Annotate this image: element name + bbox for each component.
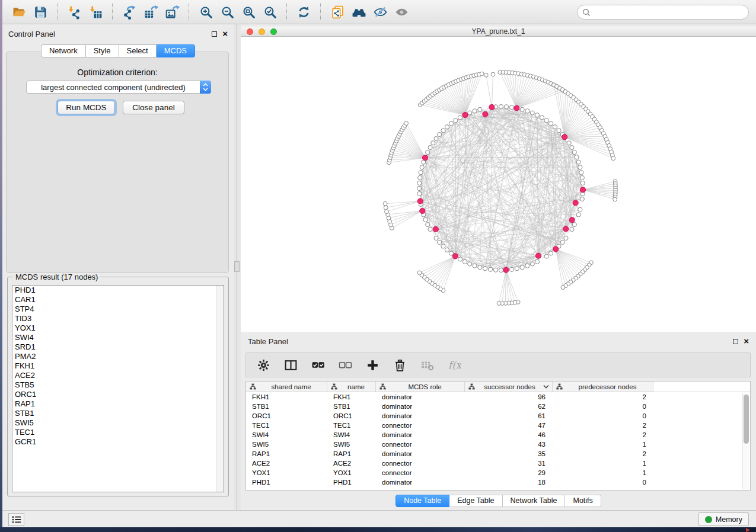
column-header-name[interactable]: name: [327, 382, 376, 392]
refresh-network-button[interactable]: [293, 2, 314, 21]
cell: connector: [376, 422, 465, 429]
tab-node-table[interactable]: Node Table: [395, 495, 449, 507]
dropdown-stepper-icon: [200, 81, 211, 94]
criterion-dropdown[interactable]: largest connected component (undirected): [26, 81, 211, 94]
cell: 47: [465, 422, 553, 429]
delete-column-icon: [393, 358, 407, 372]
show-all-button[interactable]: [391, 2, 412, 21]
column-header-predecessor-nodes[interactable]: predecessor nodes: [553, 382, 653, 392]
tab-edge-table[interactable]: Edge Table: [449, 495, 502, 507]
tab-style[interactable]: Style: [86, 44, 119, 57]
list-item[interactable]: PMA2: [12, 352, 224, 361]
list-item[interactable]: ORC1: [12, 390, 224, 399]
scrollbar-thumb[interactable]: [744, 395, 749, 444]
control-panel-tabs: NetworkStyleSelectMCDS: [2, 44, 234, 57]
zoom-out-button[interactable]: [216, 2, 238, 21]
column-header-successor-nodes[interactable]: successor nodes: [465, 382, 553, 392]
import-table-icon: [88, 5, 103, 20]
list-item[interactable]: TID3: [12, 314, 224, 323]
table-row[interactable]: ACE2ACE2connector311: [246, 459, 750, 468]
tab-mcds[interactable]: MCDS: [157, 44, 195, 57]
cell: 31: [465, 460, 553, 467]
split-panel-button[interactable]: [283, 357, 298, 373]
import-network-button[interactable]: [63, 2, 85, 21]
list-item[interactable]: RAP1: [12, 399, 224, 409]
find-button[interactable]: [348, 2, 369, 21]
float-table-panel-icon[interactable]: [733, 339, 738, 344]
criterion-value: largest connected component (undirected): [27, 83, 200, 92]
network-window-titlebar[interactable]: YPA_prune.txt_1: [241, 27, 756, 37]
list-item[interactable]: FKH1: [12, 361, 224, 371]
list-item[interactable]: TEC1: [12, 428, 224, 437]
export-network-button[interactable]: [119, 2, 140, 21]
zoom-fit-button[interactable]: [238, 2, 259, 21]
table-row[interactable]: SWI5SWI5connector431: [246, 440, 750, 449]
table-row[interactable]: PHD1PHD1dominator180: [246, 477, 750, 487]
hide-selected-icon: [373, 5, 388, 20]
list-item[interactable]: ACE2: [12, 371, 224, 380]
table-row[interactable]: STB1STB1dominator620: [246, 402, 750, 411]
list-item[interactable]: SWI4: [12, 333, 224, 342]
table-row[interactable]: FKH1FKH1dominator962: [246, 392, 750, 402]
zoom-in-button[interactable]: [195, 2, 216, 21]
tab-select[interactable]: Select: [119, 44, 157, 57]
mcds-result-list[interactable]: PHD1CAR1STP4TID3YOX1SWI4SRD1PMA2FKH1ACE2…: [12, 285, 224, 492]
select-all-button[interactable]: [310, 357, 326, 373]
export-image-button[interactable]: [161, 2, 183, 21]
tab-network[interactable]: Network: [41, 44, 86, 57]
list-item[interactable]: GCR1: [12, 437, 224, 447]
close-panel-button[interactable]: Close panel: [123, 101, 184, 114]
memory-button[interactable]: Memory: [698, 512, 749, 526]
zoom-selected-button[interactable]: [259, 2, 280, 21]
list-item[interactable]: SRD1: [12, 342, 224, 352]
list-item[interactable]: STB5: [12, 380, 224, 390]
float-panel-icon[interactable]: [212, 31, 217, 37]
list-item[interactable]: CAR1: [12, 295, 224, 305]
tab-network-table[interactable]: Network Table: [503, 495, 566, 507]
shared-column-icon: [250, 383, 256, 390]
table-toolbar: f(x): [245, 352, 751, 377]
table-row[interactable]: TEC1TEC1connector472: [246, 421, 750, 430]
cell: SWI4: [246, 431, 327, 438]
list-item[interactable]: STP4: [12, 305, 224, 314]
cell: RAP1: [327, 450, 376, 457]
column-settings-button[interactable]: [256, 357, 271, 373]
export-table-button[interactable]: [140, 2, 161, 21]
search-input[interactable]: [591, 7, 748, 18]
deselect-all-button[interactable]: [337, 357, 353, 373]
close-table-panel-icon[interactable]: ×: [744, 338, 749, 344]
cell: SWI4: [327, 431, 376, 438]
list-item[interactable]: PHD1: [12, 286, 224, 295]
add-column-button[interactable]: [365, 357, 380, 373]
import-table-button[interactable]: [85, 2, 106, 21]
list-item[interactable]: YOX1: [12, 323, 224, 333]
cell: dominator: [376, 479, 465, 486]
table-row[interactable]: ORC1ORC1dominator610: [246, 411, 750, 421]
cell: YOX1: [246, 469, 327, 476]
table-row[interactable]: RAP1RAP1dominator352: [246, 449, 750, 459]
mcds-result-title: MCDS result (17 nodes): [13, 273, 100, 281]
cell: FKH1: [246, 393, 327, 400]
panel-splitter[interactable]: [234, 24, 241, 511]
save-session-button[interactable]: [30, 2, 51, 21]
clone-network-button[interactable]: [327, 2, 348, 21]
open-session-button[interactable]: [8, 2, 30, 21]
table-row[interactable]: YOX1YOX1connector291: [246, 468, 750, 477]
hide-selected-button[interactable]: [369, 2, 391, 21]
list-scrollbar[interactable]: [216, 286, 224, 492]
search-box[interactable]: [577, 5, 749, 20]
column-header-shared-name[interactable]: shared name: [246, 382, 327, 392]
delete-column-button[interactable]: [392, 357, 407, 373]
list-item[interactable]: SWI5: [12, 418, 224, 428]
column-header-MCDS-role[interactable]: MCDS role: [376, 382, 465, 392]
task-history-button[interactable]: [8, 513, 24, 526]
close-panel-icon[interactable]: ×: [222, 31, 228, 37]
list-item[interactable]: STB1: [12, 409, 224, 418]
tab-motifs[interactable]: Motifs: [565, 495, 601, 507]
run-mcds-button[interactable]: Run MCDS: [58, 101, 115, 114]
network-canvas[interactable]: [241, 37, 756, 332]
splitter-grip[interactable]: [234, 261, 240, 272]
table-row[interactable]: SWI4SWI4dominator462: [246, 430, 750, 440]
table-scrollbar[interactable]: [742, 393, 749, 489]
cell: 0: [553, 412, 653, 419]
